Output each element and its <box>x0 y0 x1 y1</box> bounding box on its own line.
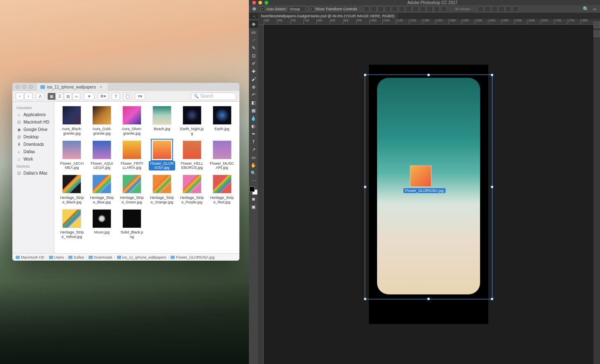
blur-tool[interactable]: 💧 <box>249 114 258 122</box>
file-item[interactable]: Solid_Black.png <box>118 208 146 240</box>
quick-select-tool[interactable]: ✎ <box>249 44 258 51</box>
file-item[interactable]: Flower_HELLEBORUS.jpg <box>178 140 206 172</box>
file-item[interactable]: Beach.jpg <box>148 105 176 137</box>
move-tool[interactable]: ✥ <box>249 21 258 28</box>
path-segment[interactable]: Flower_GLORIOSA.jpg <box>171 255 215 259</box>
transform-handle[interactable] <box>364 74 366 76</box>
history-brush-tool[interactable]: ↶ <box>249 91 258 98</box>
panel-icon[interactable] <box>593 21 600 28</box>
lasso-tool[interactable]: ⟋ <box>249 36 258 44</box>
file-item[interactable]: Heritage_Stripe_Yellow.jpg <box>58 208 86 240</box>
icon-view-button[interactable]: ▦ <box>47 93 56 100</box>
eyedropper-tool[interactable]: ✐ <box>249 60 258 67</box>
path-tool[interactable]: ↗ <box>249 146 258 153</box>
dropdown-button[interactable]: ≡▾ <box>135 93 145 100</box>
align-buttons[interactable] <box>364 6 447 12</box>
transform-bounding-box[interactable] <box>365 75 492 299</box>
transform-handle[interactable] <box>364 298 366 300</box>
sidebar-item[interactable]: ⊟Desktop <box>12 133 54 140</box>
transform-handle[interactable] <box>491 298 493 300</box>
file-item[interactable]: Heritage_Stripe_Orange.jpg <box>148 174 176 206</box>
sidebar-item[interactable]: ⌂Applications <box>12 111 54 118</box>
healing-tool[interactable]: ✚ <box>249 68 258 75</box>
list-view-button[interactable]: ☰ <box>56 93 64 100</box>
transform-handle[interactable] <box>427 298 430 300</box>
crop-tool[interactable]: ⊡ <box>249 52 258 59</box>
eraser-tool[interactable]: ◧ <box>249 99 258 106</box>
file-item[interactable]: Aura_Black-granite.jpg <box>58 105 86 137</box>
file-item[interactable]: Heritage_Stripe_Blue.jpg <box>88 174 116 206</box>
sidebar-item[interactable]: ⊡Dallas's iMac <box>12 169 54 177</box>
file-item[interactable]: Heritage_Stripe_Green.jpg <box>118 174 146 206</box>
file-item[interactable]: Earth_Night.jpg <box>178 105 206 137</box>
quick-mask[interactable]: ◙ <box>249 195 258 203</box>
search-icon[interactable]: 🔍 <box>583 6 589 12</box>
file-item[interactable]: Moon.jpg <box>88 208 116 240</box>
tab-scroll-icon[interactable]: » <box>253 14 255 19</box>
brush-tool[interactable]: 🖌 <box>249 75 258 83</box>
3d-mode-buttons[interactable] <box>478 6 518 12</box>
file-item[interactable]: Aura_Silver-granite.jpg <box>118 105 146 137</box>
show-transform-option[interactable]: ✓ Show Transform Controls <box>309 7 357 11</box>
checkbox-icon[interactable]: ✓ <box>309 7 314 11</box>
screen-mode[interactable]: ▣ <box>249 203 258 210</box>
color-swatches[interactable] <box>249 187 258 195</box>
file-item[interactable]: Heritage_Stripe_Purple.jpg <box>178 174 206 206</box>
more-tool[interactable]: ⋯ <box>249 177 258 184</box>
hand-tool[interactable]: ✋ <box>249 161 258 169</box>
path-bar[interactable]: Macintosh HD›Users›Dallas›Downloads›ios_… <box>12 253 239 261</box>
canvas[interactable]: Flower_GLORIOSA.jpg <box>264 25 593 364</box>
file-item[interactable]: Flower_FRITILLARIA.jpg <box>118 140 146 172</box>
path-segment[interactable]: Users <box>49 255 64 259</box>
type-tool[interactable]: T <box>249 138 258 145</box>
stamp-tool[interactable]: ⊕ <box>249 83 258 91</box>
move-tool-icon[interactable]: ✥ <box>252 6 256 12</box>
transform-handle[interactable] <box>491 74 493 76</box>
transform-handle[interactable] <box>427 74 430 76</box>
file-item[interactable]: Flower_GLORIOSA.jpg <box>148 140 176 172</box>
zoom-tool[interactable]: 🔍 <box>249 169 258 177</box>
share-button[interactable]: ⇪ <box>112 93 120 100</box>
file-item[interactable]: Heritage_Stripe_Red.jpg <box>208 174 236 206</box>
finder-tab-active[interactable]: ios_11_iphone_wallpapers × <box>37 83 108 91</box>
path-segment[interactable]: Macintosh HD <box>16 255 45 259</box>
search-input[interactable]: 🔍 Search <box>191 93 236 100</box>
file-item[interactable]: Heritage_Stripe_Black.jpg <box>58 174 86 206</box>
finder-traffic-lights[interactable] <box>16 85 33 89</box>
checkbox-icon[interactable]: ✓ <box>260 7 265 11</box>
up-button[interactable]: ⋀ <box>36 93 44 100</box>
path-segment[interactable]: Downloads <box>89 255 112 259</box>
back-button[interactable]: ‹ <box>16 93 24 100</box>
collapsed-panel-icons[interactable] <box>593 19 600 364</box>
gradient-tool[interactable]: ▦ <box>249 107 258 114</box>
sidebar-item[interactable]: ⌂Dallas <box>12 148 54 155</box>
shape-tool[interactable]: ▭ <box>249 154 258 161</box>
transform-handle[interactable] <box>364 186 366 188</box>
pen-tool[interactable]: ✒ <box>249 130 258 138</box>
tags-button[interactable]: ◯ <box>123 93 131 100</box>
file-item[interactable]: Flower_AECHMEA.jpg <box>58 140 86 172</box>
action-button[interactable]: ⚙▾ <box>98 93 108 100</box>
file-item[interactable]: Aura_Gold-granite.jpg <box>88 105 116 137</box>
file-item[interactable]: Flower_AQUILEGIA.jpg <box>88 140 116 172</box>
forward-button[interactable]: › <box>24 93 33 100</box>
gallery-view-button[interactable]: ▭ <box>72 93 80 100</box>
file-item[interactable]: Flower_MUSCARI.jpg <box>208 140 236 172</box>
auto-select-target[interactable]: Group <box>288 6 305 12</box>
document-tab[interactable]: NotchlessWallpapers-GadgetHacks.psd @ 69… <box>258 13 398 19</box>
path-segment[interactable]: Dallas <box>68 255 84 259</box>
marquee-tool[interactable]: ▭ <box>249 28 258 36</box>
sidebar-item[interactable]: ◉Google Drive <box>12 126 54 133</box>
transform-handle[interactable] <box>491 186 493 188</box>
auto-select-option[interactable]: ✓ Auto-Select: Group <box>260 6 305 12</box>
document-canvas[interactable]: Flower_GLORIOSA.jpg <box>369 65 488 324</box>
path-segment[interactable]: ios_11_iphone_wallpapers <box>117 255 166 259</box>
column-view-button[interactable]: ▥ <box>64 93 72 100</box>
close-icon[interactable]: × <box>99 84 102 89</box>
file-item[interactable]: Earth.jpg <box>208 105 236 137</box>
sidebar-item[interactable]: ⬇Downloads <box>12 140 54 148</box>
ps-traffic-lights[interactable] <box>252 1 268 5</box>
panel-icon[interactable] <box>593 30 600 37</box>
sidebar-item[interactable]: ⊡Macintosh HD <box>12 118 54 126</box>
arrange-button[interactable]: ▾ <box>84 93 94 100</box>
